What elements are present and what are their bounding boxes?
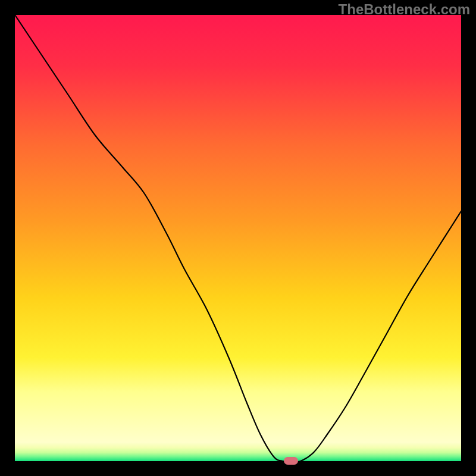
chart-container: TheBottleneck.com <box>0 0 476 476</box>
optimal-marker <box>284 457 298 465</box>
bottleneck-plot <box>15 15 461 461</box>
gradient-bottom <box>15 442 461 461</box>
